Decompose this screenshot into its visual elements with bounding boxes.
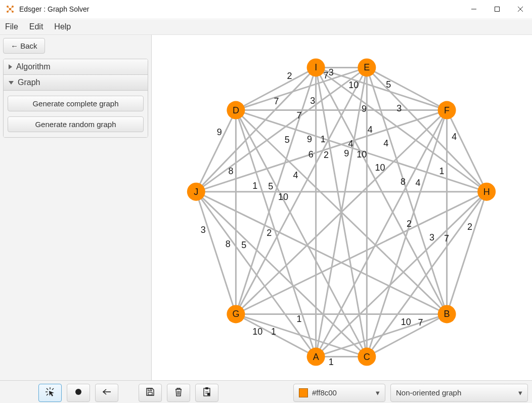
edge-weight: 5 bbox=[268, 181, 273, 191]
edge-weight: 9 bbox=[344, 148, 349, 158]
edge-weight: 4 bbox=[452, 132, 457, 142]
graph-node-label: I bbox=[315, 62, 317, 72]
edge-weight: 4 bbox=[368, 125, 373, 135]
edge-weight: 7 bbox=[324, 70, 329, 80]
edge-weight: 8 bbox=[226, 239, 231, 249]
window-title: Edsger : Graph Solver bbox=[19, 5, 90, 13]
accordion-head-algorithm[interactable]: Algorithm bbox=[4, 59, 148, 75]
tool-add-node-button[interactable] bbox=[67, 384, 90, 402]
graph-node-label: D bbox=[233, 105, 239, 115]
edge-weight: 2 bbox=[467, 222, 472, 232]
edge-weight: 9 bbox=[307, 134, 312, 144]
edge-weight: 3 bbox=[429, 232, 434, 243]
edge-weight: 6 bbox=[308, 149, 314, 159]
window-minimize-button[interactable] bbox=[462, 1, 485, 17]
graph-node-label: C bbox=[364, 352, 370, 362]
edge-weight: 10 bbox=[278, 192, 288, 202]
back-button[interactable]: ← Back bbox=[3, 38, 45, 54]
svg-rect-25 bbox=[205, 387, 208, 389]
generate-complete-button[interactable]: Generate complete graph bbox=[8, 96, 144, 111]
edge-weight: 5 bbox=[285, 135, 290, 145]
edge-weight: 1 bbox=[321, 134, 326, 144]
color-picker-label: #ff8c00 bbox=[312, 388, 337, 397]
svg-line-9 bbox=[518, 7, 523, 12]
edge-weight: 9 bbox=[217, 127, 222, 137]
generate-random-button[interactable]: Generate random graph bbox=[8, 116, 144, 132]
edge-weight: 10 bbox=[348, 80, 359, 90]
edge-weight: 2 bbox=[324, 150, 329, 160]
paste-button[interactable] bbox=[195, 384, 218, 402]
edge-weight: 1 bbox=[297, 314, 302, 324]
svg-rect-8 bbox=[495, 7, 500, 12]
graph-type-combo[interactable]: Non-oriented graph ▾ bbox=[390, 384, 528, 402]
save-button[interactable] bbox=[139, 384, 162, 402]
circle-filled-icon bbox=[74, 388, 82, 397]
app-logo-icon bbox=[5, 4, 15, 14]
graph-svg: 3210795462753314910799841544101841032852… bbox=[152, 35, 532, 380]
edge-weight: 4 bbox=[416, 178, 421, 188]
svg-point-16 bbox=[75, 389, 81, 395]
menu-edit[interactable]: Edit bbox=[29, 22, 43, 31]
edge-weight: 4 bbox=[293, 170, 298, 180]
tool-select-button[interactable] bbox=[38, 384, 62, 402]
edge-weight: 3 bbox=[396, 103, 402, 113]
svg-line-13 bbox=[47, 388, 48, 390]
clipboard-icon bbox=[203, 387, 211, 398]
graph-type-label: Non-oriented graph bbox=[396, 388, 461, 397]
edge-weight: 3 bbox=[329, 67, 334, 77]
edge-weight: 1 bbox=[252, 181, 257, 191]
graph-edge[interactable] bbox=[447, 110, 487, 192]
tool-add-edge-button[interactable] bbox=[95, 384, 118, 402]
color-swatch-icon bbox=[299, 388, 308, 397]
graph-node-label: A bbox=[313, 352, 319, 362]
accordion-label-algorithm: Algorithm bbox=[16, 62, 51, 71]
chevron-down-icon bbox=[9, 81, 14, 85]
menubar: File Edit Help bbox=[0, 19, 532, 35]
edge-weight: 7 bbox=[418, 317, 423, 328]
edge-weight: 10 bbox=[357, 149, 367, 159]
graph-canvas[interactable]: 3210795462753314910799841544101841032852… bbox=[152, 35, 532, 380]
graph-edge[interactable] bbox=[367, 192, 486, 357]
accordion-body-graph: Generate complete graph Generate random … bbox=[4, 91, 148, 137]
graph-edge[interactable] bbox=[196, 110, 236, 192]
window-close-button[interactable] bbox=[509, 1, 532, 17]
edge-weight: 9 bbox=[362, 104, 367, 114]
edge-weight: 10 bbox=[401, 317, 411, 327]
graph-node-label: J bbox=[194, 187, 198, 197]
svg-line-10 bbox=[518, 7, 523, 12]
edge-weight: 3 bbox=[310, 96, 315, 106]
menu-file[interactable]: File bbox=[5, 22, 18, 31]
delete-button[interactable] bbox=[167, 384, 190, 402]
sidebar: ← Back Algorithm Graph Generate complete… bbox=[0, 35, 152, 380]
chevron-right-icon bbox=[9, 64, 12, 69]
accordion-head-graph[interactable]: Graph bbox=[4, 75, 148, 91]
edge-weight: 7 bbox=[444, 233, 449, 244]
color-picker-combo[interactable]: #ff8c00 ▾ bbox=[293, 384, 385, 402]
edge-weight: 7 bbox=[297, 110, 302, 120]
graph-node-label: H bbox=[483, 187, 490, 197]
edge-weight: 4 bbox=[348, 139, 353, 149]
window-maximize-button[interactable] bbox=[485, 1, 509, 17]
edge-weight: 10 bbox=[375, 163, 385, 173]
chevron-down-icon: ▾ bbox=[376, 388, 380, 397]
titlebar: Edsger : Graph Solver bbox=[0, 0, 532, 19]
graph-edge[interactable] bbox=[196, 192, 447, 314]
graph-node-label: F bbox=[444, 105, 450, 115]
graph-node-label: B bbox=[444, 309, 450, 319]
cursor-click-icon bbox=[45, 387, 55, 398]
accordion-label-graph: Graph bbox=[18, 78, 40, 87]
edge-weight: 10 bbox=[252, 327, 262, 337]
trash-icon bbox=[174, 387, 183, 398]
svg-line-15 bbox=[47, 394, 48, 395]
chevron-down-icon: ▾ bbox=[518, 388, 522, 397]
edge-weight: 8 bbox=[401, 177, 406, 187]
edge-weight: 1 bbox=[271, 327, 276, 337]
menu-help[interactable]: Help bbox=[54, 22, 71, 31]
edge-weight: 1 bbox=[329, 357, 334, 367]
edge-weight: 4 bbox=[383, 138, 388, 148]
edge-weight: 2 bbox=[407, 219, 412, 229]
graph-edge[interactable] bbox=[236, 192, 486, 314]
svg-line-14 bbox=[52, 388, 54, 390]
edge-weight: 7 bbox=[274, 96, 279, 106]
graph-node-label: G bbox=[232, 309, 239, 319]
